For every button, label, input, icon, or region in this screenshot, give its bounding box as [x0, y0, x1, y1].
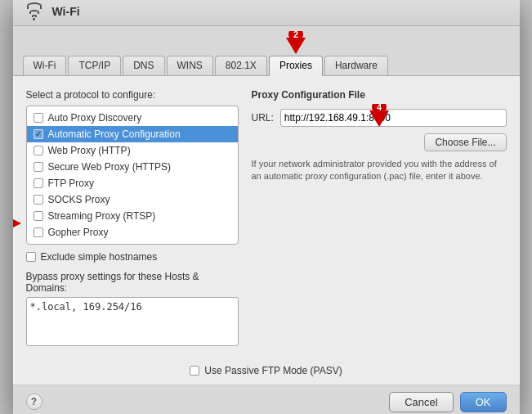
protocol-panel-label: Select a protocol to configure:: [26, 89, 239, 101]
protocol-web-https-label: Secure Web Proxy (HTTPS): [48, 161, 171, 173]
left-panel: 3 Select a protocol to configure: Auto P…: [26, 89, 239, 349]
protocol-list: Auto Proxy Discovery Automatic Proxy Con…: [26, 106, 239, 245]
tab-dns[interactable]: DNS: [123, 56, 164, 75]
protocol-auto-config[interactable]: Automatic Proxy Configuration: [27, 126, 238, 142]
protocol-gopher[interactable]: Gopher Proxy: [27, 224, 238, 241]
title-bar: Wi-Fi: [13, 0, 520, 26]
help-button[interactable]: ?: [26, 394, 42, 410]
footer: ? Cancel OK: [13, 385, 520, 415]
checkbox-web-http[interactable]: [34, 146, 43, 155]
tab-wins[interactable]: WINS: [167, 56, 213, 75]
protocol-socks[interactable]: SOCKS Proxy: [27, 191, 238, 208]
ok-button[interactable]: OK: [460, 392, 507, 412]
main-window: Wi-Fi Wi-Fi TCP/IP DNS WINS 802.1X 2 Pro…: [13, 0, 520, 414]
window-title: Wi-Fi: [52, 5, 80, 18]
tab-8021x[interactable]: 802.1X: [215, 56, 267, 75]
proxies-tab-wrapper: 2 Proxies: [269, 31, 323, 75]
exclude-row[interactable]: Exclude simple hostnames: [26, 251, 239, 263]
checkbox-ftp[interactable]: [34, 178, 43, 188]
checkbox-rtsp[interactable]: [34, 211, 43, 221]
choose-file-button[interactable]: Choose File...: [424, 133, 506, 151]
protocol-socks-label: SOCKS Proxy: [48, 194, 110, 205]
checkbox-auto-proxy[interactable]: [34, 113, 43, 123]
proxy-config-title: Proxy Configuration File: [252, 89, 507, 101]
choose-file-area: 4 Choose File...: [252, 133, 507, 151]
protocol-auto-config-label: Automatic Proxy Configuration: [48, 128, 181, 140]
protocol-gopher-label: Gopher Proxy: [48, 227, 109, 238]
tabs-bar: Wi-Fi TCP/IP DNS WINS 802.1X 2 Proxies H…: [13, 26, 520, 76]
protocol-web-http-label: Web Proxy (HTTP): [48, 145, 131, 156]
svg-text:4: 4: [376, 104, 382, 112]
wifi-icon: [23, 2, 46, 20]
protocol-ftp[interactable]: FTP Proxy: [27, 175, 238, 191]
protocol-auto-proxy[interactable]: Auto Proxy Discovery: [27, 110, 238, 126]
main-content: 3 Select a protocol to configure: Auto P…: [13, 76, 520, 362]
checkbox-passive-ftp[interactable]: [190, 366, 199, 376]
tab-wifi[interactable]: Wi-Fi: [23, 56, 67, 75]
arrow-3-right: 3: [13, 214, 23, 233]
arrow-4-down: 4: [364, 104, 394, 128]
url-label: URL:: [252, 112, 274, 124]
checkbox-socks[interactable]: [34, 195, 43, 205]
protocol-ftp-label: FTP Proxy: [48, 178, 94, 189]
protocol-web-http[interactable]: Web Proxy (HTTP): [27, 142, 238, 159]
svg-text:2: 2: [293, 31, 298, 39]
checkbox-gopher[interactable]: [34, 227, 43, 237]
right-panel: Proxy Configuration File URL: 4 Choose F…: [252, 89, 507, 349]
arrow-2-down: 2: [281, 31, 311, 56]
footer-buttons: Cancel OK: [389, 392, 506, 412]
protocol-auto-proxy-label: Auto Proxy Discovery: [48, 112, 142, 124]
passive-ftp-label: Use Passive FTP Mode (PASV): [204, 365, 342, 376]
bypass-label: Bypass proxy settings for these Hosts & …: [26, 271, 239, 294]
bottom-section: Use Passive FTP Mode (PASV): [13, 365, 520, 385]
protocol-rtsp-label: Streaming Proxy (RTSP): [48, 210, 156, 222]
exclude-label: Exclude simple hostnames: [41, 251, 158, 263]
proxy-info-text: If your network administrator provided y…: [252, 158, 507, 183]
cancel-button[interactable]: Cancel: [389, 392, 453, 412]
bypass-textarea[interactable]: [26, 297, 239, 346]
checkbox-auto-config[interactable]: [34, 129, 43, 139]
checkbox-exclude[interactable]: [26, 252, 36, 262]
passive-ftp-row[interactable]: Use Passive FTP Mode (PASV): [26, 365, 507, 376]
protocol-web-https[interactable]: Secure Web Proxy (HTTPS): [27, 159, 238, 175]
svg-marker-4: [13, 215, 21, 232]
tab-proxies[interactable]: Proxies: [269, 56, 323, 76]
checkbox-web-https[interactable]: [34, 162, 43, 172]
tab-tcpip[interactable]: TCP/IP: [68, 56, 121, 75]
tab-hardware[interactable]: Hardware: [324, 56, 388, 75]
protocol-rtsp[interactable]: Streaming Proxy (RTSP): [27, 208, 238, 224]
